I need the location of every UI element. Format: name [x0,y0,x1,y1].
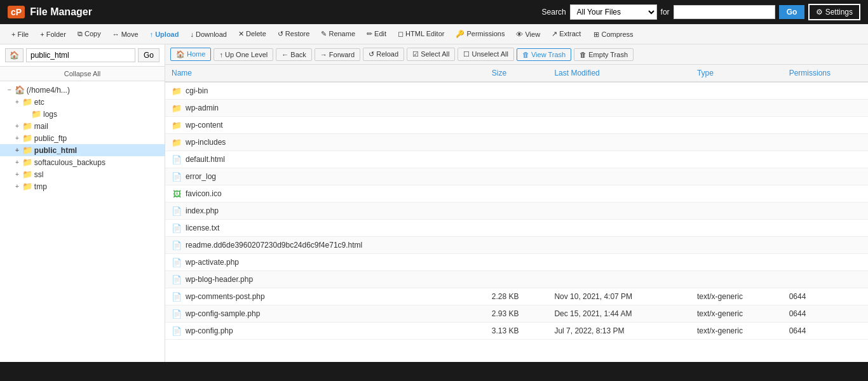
tree-item-ssl[interactable]: +📁ssl [0,168,165,180]
reload-button[interactable]: ↺ Reload [363,48,404,61]
table-row[interactable]: 📁 wp-includes [165,134,868,151]
tree-item-tmp[interactable]: +📁tmp [0,180,165,192]
file-size-cell [485,271,548,288]
unselect-all-button[interactable]: ☐ Unselect All [458,48,514,61]
tree-item-etc[interactable]: +📁etc [0,96,165,108]
download-button[interactable]: ↓ Download [185,29,231,40]
table-row[interactable]: 📄 wp-blog-header.php [165,271,868,288]
file-type-icon: 📄 [172,171,182,182]
upload-button[interactable]: ↑ Upload [145,29,184,40]
tree-toggle-public_html[interactable]: + [15,147,19,154]
table-row[interactable]: 📄 wp-activate.php [165,254,868,271]
html-editor-button[interactable]: ◻ HTML Editor [393,28,449,40]
tree-item-logs[interactable]: 📁logs [0,108,165,120]
file-name-cell: 📁 wp-content [165,117,485,134]
file-name-cell: 📄 wp-config.php [165,323,485,340]
table-row[interactable]: 🖼 favicon.ico [165,185,868,203]
col-name[interactable]: Name [165,65,485,82]
table-row[interactable]: 📄 error_log [165,168,868,185]
permissions-button[interactable]: 🔑 Permissions [451,28,510,40]
forward-button[interactable]: → Forward [315,48,360,61]
table-row[interactable]: 📄 wp-comments-post.php 2.28 KB Nov 10, 2… [165,288,868,305]
tree-toggle-root[interactable]: − [8,86,11,93]
folder-icon: 📁 [22,182,32,191]
file-type-icon: 📄 [172,154,182,164]
file-name-cell: 📄 error_log [165,168,485,185]
file-button[interactable]: + File [6,29,34,40]
tree-toggle-public_ftp[interactable]: + [15,135,19,142]
collapse-all-button[interactable]: Collapse All [0,67,165,81]
up-one-level-button[interactable]: ↑ Up One Level [214,48,273,61]
file-name-cell: 📄 wp-config-sample.php [165,305,485,323]
col-type[interactable]: Type [691,65,783,82]
restore-button[interactable]: ↺ Restore [273,28,315,40]
compress-button[interactable]: ⊞ Compress [588,29,638,41]
table-row[interactable]: 📄 license.txt [165,220,868,237]
edit-button[interactable]: ✏ Edit [362,28,391,40]
move-button[interactable]: ↔ Move [107,29,144,40]
file-table-wrapper[interactable]: Name Size Last Modified Type Permissions… [165,65,868,362]
tree-item-mail[interactable]: +📁mail [0,120,165,132]
file-type-icon: 📄 [172,206,182,216]
table-row[interactable]: 📁 wp-content [165,117,868,134]
file-modified-cell [548,237,691,254]
view-button[interactable]: 👁 View [511,29,545,40]
folder-button[interactable]: + Folder [35,29,71,40]
settings-button[interactable]: ⚙ Settings [808,4,860,20]
file-name-label: readme.dd6de3960207230d9bc24d6c9f4e71c9.… [186,241,362,250]
tree-toggle-mail[interactable]: + [15,123,19,130]
file-tree: −🏠(/home4/h...)+📁etc📁logs+📁mail+📁public_… [0,81,165,362]
tree-toggle-ssl[interactable]: + [15,171,19,178]
col-size[interactable]: Size [485,65,548,82]
back-button[interactable]: ← Back [276,48,312,61]
tree-item-public_ftp[interactable]: +📁public_ftp [0,132,165,144]
file-name-cell: 🖼 favicon.ico [165,185,485,203]
file-modified-cell [548,117,691,134]
file-name-cell: 📄 default.html [165,151,485,168]
file-name-cell: 📄 readme.dd6de3960207230d9bc24d6c9f4e71c… [165,237,485,254]
file-type-cell [691,254,783,271]
rename-button[interactable]: ✎ Rename [316,28,360,40]
extract-button[interactable]: ↗ Extract [546,28,586,40]
file-modified-cell [548,134,691,151]
col-modified[interactable]: Last Modified [548,65,691,82]
file-modified-cell [548,254,691,271]
table-row[interactable]: 📄 readme.dd6de3960207230d9bc24d6c9f4e71c… [165,237,868,254]
tree-toggle-softaculous_backups[interactable]: + [15,159,19,166]
empty-trash-button[interactable]: 🗑 Empty Trash [574,48,634,61]
search-input[interactable] [674,5,775,19]
path-go-button[interactable]: Go [138,48,159,62]
file-name-cell: 📄 wp-activate.php [165,254,485,271]
search-go-button[interactable]: Go [779,5,805,19]
file-type-cell: text/x-generic [691,288,783,305]
table-row[interactable]: 📁 cgi-bin [165,82,868,100]
tree-toggle-tmp[interactable]: + [15,183,19,190]
tree-toggle-etc[interactable]: + [15,98,19,105]
file-type-icon: 📁 [172,86,182,96]
tree-item-root[interactable]: −🏠(/home4/h...) [0,84,165,96]
table-row[interactable]: 📄 wp-config-sample.php 2.93 KB Dec 15, 2… [165,305,868,323]
file-type-cell [691,151,783,168]
tree-item-public_html[interactable]: +📁public_html [0,144,165,156]
folder-icon: 📁 [22,97,32,107]
search-section: Search All Your FilesMy Home Directorypu… [542,4,860,20]
file-type-cell [691,185,783,203]
search-scope-select[interactable]: All Your FilesMy Home Directorypublic_ht… [570,4,657,20]
path-input[interactable] [26,48,135,62]
table-row[interactable]: 📄 default.html [165,151,868,168]
table-row[interactable]: 📄 index.php [165,203,868,220]
table-row[interactable]: 📁 wp-admin [165,100,868,117]
copy-button[interactable]: ⧉ Copy [72,28,106,40]
file-name-label: wp-blog-header.php [186,275,253,284]
home-nav-button[interactable]: 🏠 Home [170,48,211,61]
file-name-cell: 📁 wp-includes [165,134,485,151]
col-permissions[interactable]: Permissions [783,65,868,82]
tree-item-softaculous_backups[interactable]: +📁softaculous_backups [0,156,165,168]
file-name-label: default.html [186,155,225,164]
view-trash-button[interactable]: 🗑 View Trash [517,48,571,61]
table-row[interactable]: 📄 wp-config.php 3.13 KB Jul 7, 2022, 8:1… [165,323,868,340]
select-all-button[interactable]: ☑ Select All [407,48,455,61]
home-icon[interactable]: 🏠 [5,48,24,62]
file-modified-cell [548,185,691,203]
delete-button[interactable]: ✕ Delete [233,28,271,40]
